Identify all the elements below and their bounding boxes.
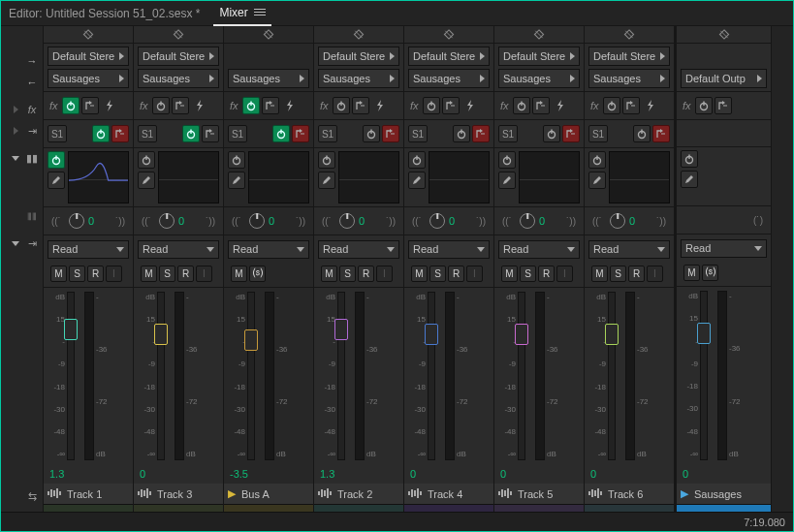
insert-point-icon[interactable] [134, 26, 223, 44]
mute-button[interactable]: M [231, 266, 247, 282]
tab-mixer[interactable]: Mixer [213, 1, 270, 26]
input-monitor-button[interactable]: I [376, 266, 393, 282]
fx-power-button[interactable] [152, 97, 170, 114]
pan-knob[interactable] [520, 213, 535, 229]
input-monitor-button[interactable]: I [647, 266, 663, 282]
track-color-strip[interactable] [134, 505, 223, 512]
mute-button[interactable]: M [50, 266, 67, 282]
gain-value[interactable]: 0 [585, 464, 674, 484]
pan-value[interactable]: 0 [88, 215, 94, 227]
eq-edit-button[interactable] [318, 172, 335, 189]
fx-prepost-button[interactable] [532, 97, 550, 114]
fx-bolt-icon[interactable] [642, 97, 659, 114]
track-color-strip[interactable] [585, 505, 674, 512]
track-color-strip[interactable] [314, 505, 403, 512]
record-button[interactable]: R [87, 266, 104, 282]
gain-value[interactable]: 0 [677, 464, 771, 484]
send-prepost-button[interactable] [292, 125, 309, 142]
fx-bolt-icon[interactable] [461, 97, 479, 114]
pan-knob[interactable] [69, 213, 84, 229]
eq-graph[interactable] [158, 151, 219, 203]
automation-mode-select[interactable]: Read [318, 240, 399, 259]
solo-button[interactable]: S [69, 266, 85, 282]
record-button[interactable]: R [177, 266, 194, 282]
track-color-strip[interactable] [677, 505, 771, 512]
eq-edit-button[interactable] [681, 171, 698, 188]
track-name-bar[interactable]: Track 6 [585, 484, 674, 505]
gain-value[interactable]: 0 [404, 464, 493, 484]
input-arrow-icon[interactable]: ← [24, 73, 40, 92]
track-section-icon[interactable]: ⇆ [24, 486, 40, 506]
fader-thumb[interactable] [334, 319, 348, 340]
input-route[interactable]: Sausages [408, 69, 490, 88]
track-color-strip[interactable] [44, 505, 133, 512]
eq-edit-button[interactable] [408, 172, 426, 189]
insert-point-icon[interactable] [314, 26, 403, 44]
fader-thumb[interactable] [425, 324, 438, 345]
pan-value[interactable]: 0 [449, 215, 455, 227]
input-monitor-button[interactable]: I [466, 266, 483, 282]
eq-graph[interactable] [248, 151, 309, 203]
fader-thumb[interactable] [154, 324, 168, 345]
output-arrow-icon[interactable]: → [24, 51, 40, 71]
input-route[interactable]: Sausages [48, 69, 129, 88]
volume-fader[interactable] [157, 292, 165, 460]
automation-mode-select[interactable]: Read [48, 240, 129, 259]
mute-button[interactable]: M [141, 266, 157, 282]
input-route[interactable]: Sausages [138, 69, 219, 88]
send-prepost-button[interactable] [382, 125, 399, 142]
record-button[interactable]: R [448, 266, 464, 282]
output-route[interactable]: Default Stere [498, 47, 580, 66]
fader-thumb[interactable] [605, 324, 619, 345]
output-route[interactable]: Default Outp [681, 69, 767, 88]
pan-value[interactable]: 0 [269, 215, 274, 227]
pan-value[interactable]: 0 [539, 215, 545, 227]
fx-prepost-button[interactable] [81, 97, 99, 114]
send-prepost-button[interactable] [652, 125, 670, 142]
pan-section-icon[interactable]: ⦀⦀ [24, 206, 40, 226]
volume-fader[interactable] [518, 292, 525, 460]
output-route[interactable]: Default Stere [48, 47, 129, 66]
eq-graph[interactable] [68, 151, 129, 203]
eq-power-button[interactable] [498, 151, 516, 169]
fx-prepost-button[interactable] [262, 97, 279, 114]
track-name-bar[interactable]: ▶Bus A [224, 484, 313, 505]
eq-power-button[interactable] [228, 151, 245, 169]
gain-value[interactable]: -3.5 [224, 464, 313, 484]
track-color-strip[interactable] [404, 505, 493, 512]
pan-value[interactable]: 0 [178, 215, 184, 227]
volume-fader[interactable] [67, 292, 75, 460]
automation-mode-select[interactable]: Read [498, 240, 580, 259]
send-power-button[interactable] [182, 125, 200, 142]
eq-power-button[interactable] [318, 151, 335, 169]
fx-bolt-icon[interactable] [281, 97, 299, 114]
eq-power-button[interactable] [138, 151, 155, 169]
fx-prepost-button[interactable] [715, 97, 732, 114]
fx-prepost-button[interactable] [352, 97, 369, 114]
pan-knob[interactable] [159, 213, 175, 229]
send-prepost-button[interactable] [111, 125, 129, 142]
send-slot-label[interactable]: S1 [498, 125, 518, 142]
insert-point-icon[interactable] [677, 26, 771, 44]
fx-power-button[interactable] [695, 97, 713, 114]
gain-value[interactable]: 1.3 [44, 464, 133, 484]
output-route[interactable]: Default Stere [318, 47, 399, 66]
track-name-bar[interactable]: ▶Sausages [677, 484, 771, 505]
send-power-button[interactable] [363, 125, 380, 142]
send-power-button[interactable] [543, 125, 560, 142]
fx-prepost-button[interactable] [442, 97, 460, 114]
send-power-button[interactable] [453, 125, 470, 142]
automation-mode-select[interactable]: Read [681, 239, 767, 258]
fader-thumb[interactable] [697, 323, 711, 344]
input-monitor-button[interactable]: I [556, 266, 573, 282]
insert-point-icon[interactable] [494, 26, 584, 44]
eq-graph[interactable] [338, 151, 399, 203]
gain-value[interactable]: 0 [494, 464, 584, 484]
eq-edit-button[interactable] [228, 172, 245, 189]
eq-edit-button[interactable] [138, 172, 155, 189]
record-button[interactable]: R [538, 266, 555, 282]
output-route[interactable]: Default Stere [408, 47, 490, 66]
fx-power-button[interactable] [423, 97, 440, 114]
track-color-strip[interactable] [224, 505, 313, 512]
eq-edit-button[interactable] [48, 172, 65, 189]
